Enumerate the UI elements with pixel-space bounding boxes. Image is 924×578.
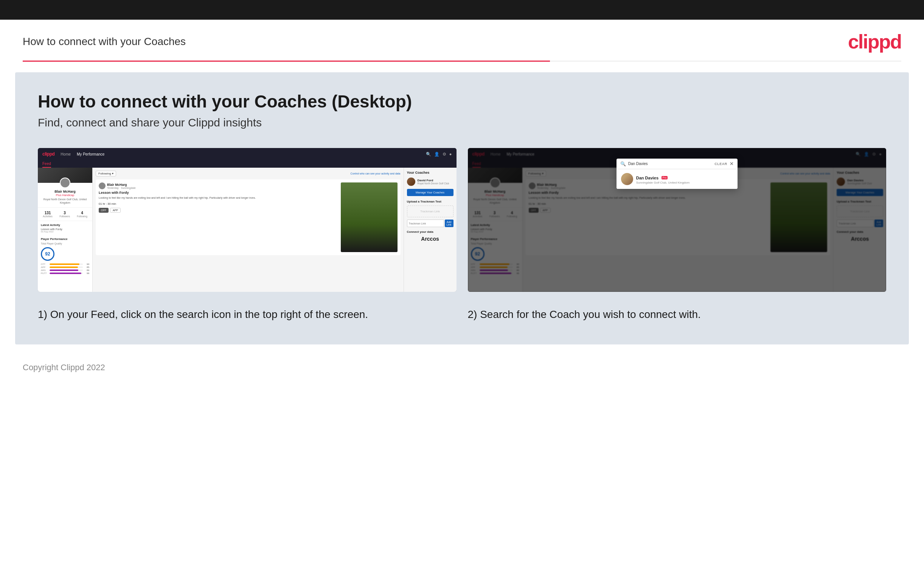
coach-entry-avatar [407, 177, 415, 186]
step-1: 1) On your Feed, click on the search ico… [38, 307, 456, 322]
result-name-row: Dan Davies Pro [636, 174, 689, 181]
bar-label-ott: OTT [41, 263, 49, 265]
search-icon[interactable]: 🔍 [426, 152, 431, 157]
profile-handicap: Plus Handicap [41, 193, 89, 197]
coach-entry-club: Royal North Devon Golf Club [417, 182, 449, 185]
trackman-input-field[interactable] [407, 219, 444, 227]
latest-activity: Latest Activity Lesson with Fordy 03 Aug… [38, 221, 92, 235]
manage-coaches-button[interactable]: Manage Your Coaches [407, 189, 453, 196]
bar-label-app: APP [41, 266, 49, 268]
result-info: Dan Davies Pro Sunningdale Golf Club, Un… [636, 174, 689, 184]
feed-tab[interactable]: Feed [42, 162, 51, 168]
mock-app-1: clippd Home My Performance 🔍 👤 ⚙ ● Feed [38, 148, 456, 292]
bar-fill-ott [50, 263, 79, 265]
latest-activity-title: Latest Activity [41, 223, 89, 227]
close-icon[interactable]: ✕ [730, 161, 734, 167]
bar-track-arg [50, 270, 83, 271]
avatar-icon: ● [449, 152, 452, 157]
copyright: Copyright Clippd 2022 [23, 363, 105, 372]
followers-count: 3 [59, 211, 70, 215]
bar-label-arg: ARG [41, 269, 49, 271]
bar-val-arg: 86 [84, 269, 89, 271]
coach-avatar [99, 182, 105, 189]
step-2-number: 2) [468, 308, 477, 320]
search-icon-popup: 🔍 [620, 161, 626, 167]
following-count: 4 [77, 211, 87, 215]
off-btn[interactable]: OFF [99, 208, 108, 213]
header-divider [23, 60, 901, 62]
clippd-logo: clippd [848, 30, 901, 53]
bar-label-putt: PUTT [41, 272, 49, 274]
app-btn[interactable]: APP [110, 208, 121, 213]
bar-track-putt [50, 273, 83, 274]
bar-val-ott: 90 [84, 263, 89, 265]
step-1-text: 1) On your Feed, click on the search ico… [38, 307, 456, 322]
bar-val-putt: 96 [84, 272, 89, 274]
feed-tab-area: Feed [38, 160, 456, 168]
trackman-placeholder: Trackman Link [407, 206, 453, 217]
nav-my-performance: My Performance [77, 152, 104, 156]
lesson-title: Lesson with Fordy [99, 191, 338, 195]
screenshot-1: clippd Home My Performance 🔍 👤 ⚙ ● Feed [38, 148, 456, 292]
top-bar [0, 0, 924, 19]
user-icon: 👤 [434, 152, 440, 157]
score-circle: 92 [41, 247, 55, 261]
steps-row: 1) On your Feed, click on the search ico… [38, 307, 886, 322]
step-2-text: 2) Search for the Coach you wish to conn… [468, 307, 887, 322]
header: How to connect with your Coaches clippd [0, 19, 924, 60]
followers-label: Followers [59, 215, 70, 218]
search-popup: 🔍 Dan Davies CLEAR ✕ Dan Davies Pro Sun [617, 159, 738, 189]
right-panel-1: Your Coaches David Ford Royal North Devo… [404, 168, 456, 292]
profile-cover [38, 168, 92, 183]
coach-entry-name: David Ford [417, 179, 449, 182]
bar-val-app: 85 [84, 266, 89, 268]
bar-track-app [50, 266, 83, 268]
profile-club: Royal North Devon Golf Club, United King… [41, 198, 89, 205]
stat-followers: 3 Followers [59, 211, 70, 218]
lesson-image [341, 182, 398, 252]
bar-putt: PUTT 96 [41, 272, 89, 274]
result-badge: Pro [662, 176, 668, 179]
footer: Copyright Clippd 2022 [0, 355, 924, 380]
screenshot-2: clippd Home My Performance 🔍 👤 ⚙ ● Feed [468, 148, 887, 292]
add-link-button[interactable]: Add Link [445, 219, 453, 227]
bar-fill-arg [50, 270, 78, 271]
lesson-card: Blair McHarg Yesterday · Sunningdale Les… [96, 179, 401, 255]
activities-count: 131 [43, 211, 53, 215]
avatar [60, 177, 70, 188]
nav-icons: 🔍 👤 ⚙ ● [426, 152, 452, 157]
page-title: How to connect with your Coaches [23, 36, 186, 48]
activities-label: Activities [43, 215, 53, 218]
step-1-body: On your Feed, click on the search icon i… [50, 308, 368, 320]
following-row: Following ▾ Control who can see your act… [96, 171, 401, 176]
app-body-1: Blair McHarg Plus Handicap Royal North D… [38, 168, 456, 292]
result-subtitle: Sunningdale Golf Club, United Kingdom [636, 181, 689, 184]
following-button[interactable]: Following ▾ [96, 171, 116, 176]
search-input-display[interactable]: Dan Davies [628, 162, 712, 166]
bar-arg: ARG 86 [41, 269, 89, 271]
bar-fill-app [50, 266, 78, 268]
stats-row: 131 Activities 3 Followers 4 Following [38, 208, 92, 221]
bar-fill-putt [50, 273, 81, 274]
player-perf-subtitle: Total Player Quality [41, 242, 89, 245]
app-logo-small: clippd [42, 151, 55, 157]
coach-name: Blair McHarg [107, 183, 136, 187]
middle-panel-1: Following ▾ Control who can see your act… [93, 168, 404, 292]
lesson-duration: 01 hr : 30 min [99, 202, 338, 206]
screenshots-row: clippd Home My Performance 🔍 👤 ⚙ ● Feed [38, 148, 886, 292]
step-2: 2) Search for the Coach you wish to conn… [468, 307, 887, 322]
app-nav-1: clippd Home My Performance 🔍 👤 ⚙ ● [38, 148, 456, 160]
control-link[interactable]: Control who can see your activity and da… [351, 172, 401, 175]
bar-track-ott [50, 263, 83, 265]
profile-name: Blair McHarg [41, 190, 89, 193]
clear-button[interactable]: CLEAR [714, 162, 727, 166]
search-bar: 🔍 Dan Davies CLEAR ✕ [617, 159, 738, 169]
connect-title: Connect your data [407, 230, 453, 234]
search-result[interactable]: Dan Davies Pro Sunningdale Golf Club, Un… [617, 169, 738, 189]
trackman-input: Add Link [407, 219, 453, 227]
stat-following: 4 Following [77, 211, 87, 218]
lesson-btns: OFF APP [99, 208, 338, 213]
upload-section: Upload a Trackman Test Trackman Link Add… [407, 200, 453, 227]
coaches-title: Your Coaches [407, 171, 453, 174]
coach-sub: Yesterday · Sunningdale [107, 187, 136, 189]
